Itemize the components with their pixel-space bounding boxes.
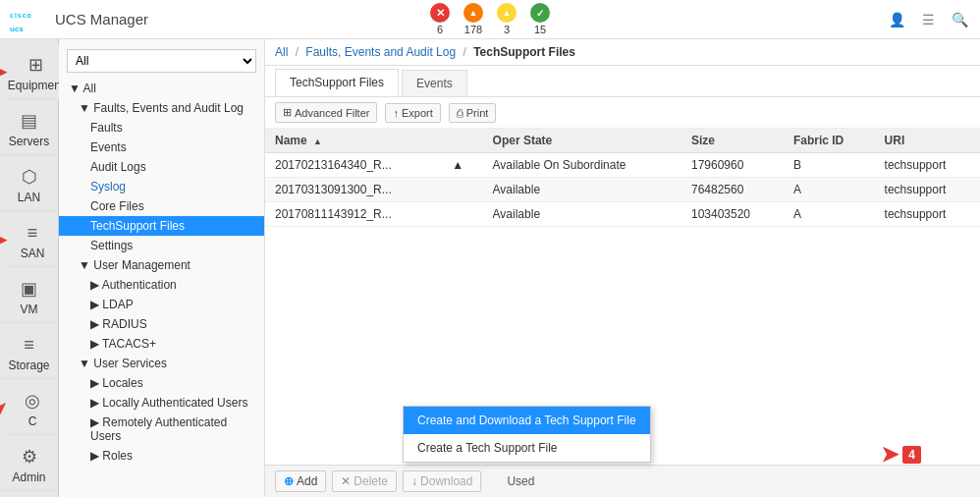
cell-fabric-id: A xyxy=(784,178,875,202)
servers-label: Servers xyxy=(9,135,49,148)
table-row[interactable]: 20170313091300_R... Available 76482560 A… xyxy=(265,178,980,202)
cisco-logo-icon: cisco ucs xyxy=(10,6,45,33)
main-layout: ➤ ⊞ Equipment ▤ Servers ⬡ LAN ➤ ≡ SAN ▣ … xyxy=(0,39,980,497)
cell-sort: ▲ xyxy=(442,153,482,178)
breadcrumb: All / Faults, Events and Audit Log / Tec… xyxy=(265,39,980,66)
storage-label: Storage xyxy=(8,359,49,372)
menu-icon[interactable]: ☰ xyxy=(917,9,939,30)
sidebar-item-locales[interactable]: ▶ Locales xyxy=(59,373,264,393)
cell-uri: techsupport xyxy=(875,178,980,202)
sidebar-item-faults[interactable]: Faults xyxy=(59,118,264,138)
sidebar-item-tacacs[interactable]: ▶ TACACS+ xyxy=(59,334,264,354)
sidebar-item-all[interactable]: ▼ All xyxy=(59,79,264,98)
sidebar-item-events[interactable]: Events xyxy=(59,138,264,157)
status-icons-group: ✕ 6 ▲ 178 ▲ 3 ✓ 15 xyxy=(430,3,550,35)
tab-techsupport-files[interactable]: TechSupport Files xyxy=(275,69,399,96)
user-icon[interactable]: 👤 xyxy=(886,9,907,30)
sidebar-item-remote-auth[interactable]: ▶ Remotely Authenticated Users xyxy=(59,413,264,446)
sidebar-item-techsupport[interactable]: TechSupport Files xyxy=(59,216,264,236)
plus-icon: ⊕ xyxy=(284,474,294,488)
sidebar-item-radius[interactable]: ▶ RADIUS xyxy=(59,314,264,334)
sidebar-search-select[interactable]: All xyxy=(67,49,256,73)
sidebar-search-row[interactable]: All xyxy=(59,45,264,79)
nav-san-row: ➤ ≡ SAN xyxy=(0,213,58,267)
nav-icon-equipment[interactable]: ⊞ Equipment xyxy=(7,45,65,99)
status-major[interactable]: ▲ 178 xyxy=(463,3,483,35)
equipment-icon: ⊞ xyxy=(23,51,50,79)
content-area: All / Faults, Events and Audit Log / Tec… xyxy=(265,39,980,497)
print-button[interactable]: ⎙ Print xyxy=(449,103,497,123)
export-button[interactable]: ↑ Export xyxy=(385,103,440,123)
info-count: 15 xyxy=(534,24,546,35)
c-icon: ◎ xyxy=(19,387,46,414)
used-text: Used xyxy=(507,474,534,488)
cell-fabric-id: B xyxy=(784,153,875,178)
print-icon: ⎙ xyxy=(457,107,463,119)
export-label: Export xyxy=(402,107,433,119)
filter-icon: ⊞ xyxy=(283,106,292,119)
cell-size: 76482560 xyxy=(681,178,784,202)
context-create-download[interactable]: Create and Download a Tech Support File xyxy=(404,407,650,434)
cell-size: 103403520 xyxy=(681,202,784,227)
col-name: Name ▲ xyxy=(265,129,442,153)
cell-oper-state: Available On Subordinate xyxy=(483,153,681,178)
status-minor[interactable]: ▲ 3 xyxy=(497,3,517,35)
download-label: Download xyxy=(420,474,472,488)
status-critical[interactable]: ✕ 6 xyxy=(430,3,450,35)
nav-icons-panel: ➤ ⊞ Equipment ▤ Servers ⬡ LAN ➤ ≡ SAN ▣ … xyxy=(0,39,59,497)
add-label: Add xyxy=(297,474,317,488)
search-icon[interactable]: 🔍 xyxy=(949,9,970,30)
advanced-filter-button[interactable]: ⊞ Advanced Filter xyxy=(275,102,377,123)
arrow-indicator-c: ➤ xyxy=(0,402,10,414)
sidebar-item-faults-log[interactable]: ▼ Faults, Events and Audit Log xyxy=(59,98,264,118)
admin-label: Admin xyxy=(12,470,45,484)
breadcrumb-all[interactable]: All xyxy=(275,45,288,59)
sidebar-item-audit-logs[interactable]: Audit Logs xyxy=(59,157,264,177)
sort-arrow[interactable]: ▲ xyxy=(313,137,322,146)
nav-icon-servers[interactable]: ▤ Servers xyxy=(0,101,58,155)
nav-icon-storage[interactable]: ≡ Storage xyxy=(0,325,58,379)
col-empty xyxy=(442,129,482,153)
cell-name: 20170811143912_R... xyxy=(265,202,442,227)
table-body: 20170213164340_R... ▲ Available On Subor… xyxy=(265,153,980,227)
nav-icon-c[interactable]: ◎ C xyxy=(7,381,58,435)
nav-c-row: ➤ ◎ C xyxy=(0,381,58,435)
add-button[interactable]: ⊕ Add xyxy=(275,470,326,492)
sidebar-item-auth[interactable]: ▶ Authentication xyxy=(59,275,264,295)
sidebar-item-user-mgmt[interactable]: ▼ User Management xyxy=(59,255,264,275)
cell-sort xyxy=(442,202,482,227)
sidebar-item-syslog[interactable]: Syslog xyxy=(59,177,264,196)
tab-events[interactable]: Events xyxy=(402,70,467,96)
nav-icon-san[interactable]: ≡ SAN xyxy=(7,213,58,267)
table-row[interactable]: 20170213164340_R... ▲ Available On Subor… xyxy=(265,153,980,178)
sidebar-item-roles[interactable]: ▶ Roles xyxy=(59,446,264,466)
tree-container: ▼ All▼ Faults, Events and Audit LogFault… xyxy=(59,79,264,466)
sidebar-item-settings[interactable]: Settings xyxy=(59,236,264,255)
cell-name: 20170213164340_R... xyxy=(265,153,442,178)
context-create[interactable]: Create a Tech Support File xyxy=(404,434,650,462)
info-icon: ✓ xyxy=(530,3,550,23)
cell-sort xyxy=(442,178,482,202)
major-icon: ▲ xyxy=(463,3,483,23)
nav-icon-vm[interactable]: ▣ VM xyxy=(0,269,58,323)
nav-icon-lan[interactable]: ⬡ LAN xyxy=(0,157,58,211)
breadcrumb-sep1: / xyxy=(296,45,302,59)
cell-size: 17960960 xyxy=(681,153,784,178)
sidebar-item-ldap[interactable]: ▶ LDAP xyxy=(59,295,264,314)
san-label: SAN xyxy=(21,247,45,260)
cell-fabric-id: A xyxy=(784,202,875,227)
delete-button[interactable]: ✕ Delete xyxy=(332,470,397,492)
breadcrumb-sep2: / xyxy=(463,45,469,59)
status-info[interactable]: ✓ 15 xyxy=(530,3,550,35)
breadcrumb-faults[interactable]: Faults, Events and Audit Log xyxy=(305,45,456,59)
major-count: 178 xyxy=(464,24,482,35)
sidebar-item-core-files[interactable]: Core Files xyxy=(59,196,264,216)
sidebar-item-user-services[interactable]: ▼ User Services xyxy=(59,354,264,373)
table-row[interactable]: 20170811143912_R... Available 103403520 … xyxy=(265,202,980,227)
arrow4-label: 4 xyxy=(902,446,921,464)
nav-icon-admin[interactable]: ⚙ Admin xyxy=(0,437,58,491)
col-uri: URI xyxy=(875,129,980,153)
sidebar-item-local-auth[interactable]: ▶ Locally Authenticated Users xyxy=(59,393,264,413)
download-button[interactable]: ↓ Download xyxy=(403,470,481,492)
sidebar: All ▼ All▼ Faults, Events and Audit LogF… xyxy=(59,39,265,497)
